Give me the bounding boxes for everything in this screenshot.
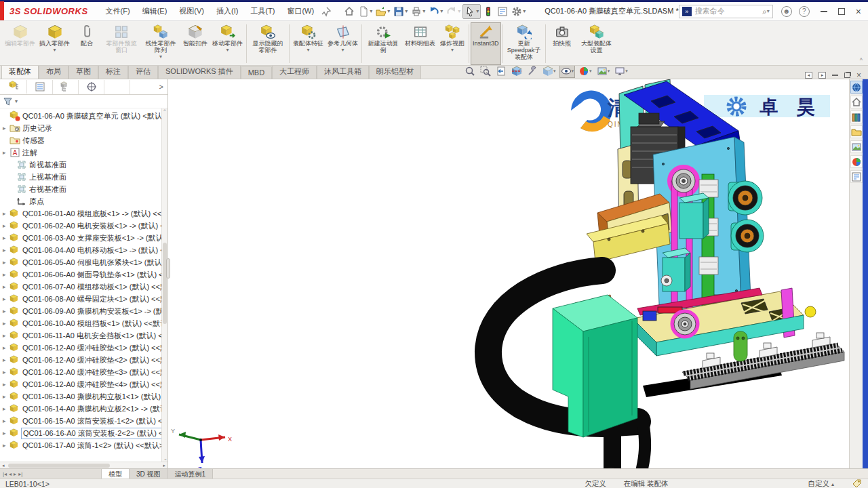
tab-布局[interactable]: 布局 [39, 64, 68, 79]
save-button[interactable]: ▾ [392, 5, 409, 18]
ribbon-explode-button[interactable]: 爆炸视图▾ [437, 22, 467, 65]
dimxpertmanager-tab[interactable] [79, 80, 104, 94]
minimize-button[interactable] [821, 11, 827, 12]
tree-item[interactable]: ▸QC01-06-15-A0 滚筒安装板-1<2> (默认) << [0, 415, 167, 427]
tab-装配体[interactable]: 装配体 [1, 64, 39, 79]
search-icon[interactable]: ⌕ [762, 7, 767, 16]
tree-item[interactable]: ▸QC01-06-01-A0 模组底板<1> -> (默认) <<默 [0, 207, 167, 220]
pin-icon[interactable] [319, 5, 333, 18]
tree-root[interactable]: QC01-06-A0 撕膜破真空单元 (默认) <默认_显示状 [0, 110, 167, 122]
zoom-to-fit-button[interactable] [463, 64, 477, 78]
tree-item[interactable]: ▸QC01-06-02-A0 电机安装板<1> -> (默认) < [0, 220, 167, 232]
tree-item[interactable]: ▸QC01-06-03-A0 支撑座安装板<1> -> (默认) [0, 232, 167, 244]
ribbon-clip-button[interactable]: 配合 [72, 22, 102, 65]
account-icon[interactable]: ☻ [781, 6, 792, 17]
search-dropdown-icon[interactable]: ▾ [767, 8, 770, 14]
ribbon-plane-button[interactable]: 参考几何体▾ [326, 22, 360, 65]
ribbon-motion-button[interactable]: 新建运动算例 [363, 22, 403, 65]
previous-view-button[interactable] [494, 64, 508, 78]
tree-item[interactable]: ▸QC01-06-06-A0 侧面导轨垫条<1> (默认) << [0, 268, 167, 281]
undo-button[interactable]: ▾ [427, 5, 444, 18]
tree-item[interactable]: ▸QC01-06-08-A0 螺母固定块<1> (默认) <<默 [0, 293, 167, 305]
menu-I[interactable]: 插入(I) [211, 4, 243, 18]
home-button[interactable] [342, 5, 356, 18]
edit-appearance-button[interactable]: ▾ [577, 64, 593, 78]
assembly-model[interactable] [488, 79, 844, 468]
propertymanager-tab[interactable] [27, 80, 53, 94]
tree-item[interactable]: ▸QC01-06-11-A0 电机安全挡板<1> (默认) << [0, 329, 167, 342]
ribbon-refresh-button[interactable]: 更新Speedpak子装配体 [505, 22, 544, 65]
ribbon-movecube-button[interactable]: 移动零部件▾ [210, 22, 245, 65]
tree-horizontal-scrollbar[interactable]: ◂▸ [0, 462, 167, 468]
doc-tab-运动算例1[interactable]: 运动算例1 [168, 469, 214, 479]
tree-item[interactable]: ▸QC01-06-09-A0 撕膜机构安装板<1> -> (默认 [0, 305, 167, 317]
maximize-button[interactable] [838, 8, 845, 15]
print-button[interactable]: ▾ [410, 5, 427, 18]
configurationmanager-tab[interactable] [53, 80, 79, 94]
ribbon-largeasm-button[interactable]: 大型装配体设置 [577, 22, 616, 65]
tag-icon[interactable] [852, 479, 863, 488]
hide-show-items-button[interactable]: ▾ [559, 64, 576, 78]
tab-评估[interactable]: 评估 [128, 64, 158, 79]
section-view-button[interactable] [510, 64, 524, 78]
tab-草图[interactable]: 草图 [68, 64, 98, 79]
tree-item[interactable]: ▸QC01-06-12-A0 缓冲硅胶垫<2> (默认) <<默 [0, 354, 167, 366]
tree-vertical-scrollbar[interactable]: ^⌄ [161, 108, 167, 462]
tree-item[interactable]: ▸QC01-06-17-A0 滚筒-1<2> (默认) <<默认> [0, 439, 167, 451]
ribbon-i3d-button[interactable]: Instant3D [471, 22, 501, 65]
view-settings-button[interactable]: ▾ [613, 64, 629, 78]
view-orientation-button[interactable]: ▾ [541, 64, 557, 78]
previous-window-icon[interactable]: ◂ [805, 72, 812, 79]
file-properties-button[interactable] [496, 5, 509, 18]
tab-朗乐铝型材[interactable]: 朗乐铝型材 [369, 64, 421, 79]
design-library-tab[interactable] [850, 110, 863, 123]
ribbon-part-button[interactable]: 编辑零部件 [3, 22, 37, 65]
doc-restore-button[interactable] [844, 73, 850, 78]
doc-tab-模型[interactable]: 模型 [102, 469, 130, 479]
menu-F[interactable]: 文件(F) [100, 4, 136, 18]
sheet-nav-buttons[interactable]: |◂◂▸▸| [0, 469, 102, 479]
tree-item[interactable]: ▸A注解 [0, 146, 167, 159]
solidworks-resources-tab[interactable] [850, 81, 863, 94]
ribbon-eyecube-button[interactable]: 显示隐藏的零部件 [248, 22, 288, 65]
tab-MBD[interactable]: MBD [241, 66, 272, 79]
tree-item[interactable]: ▸QC01-06-12-A0 缓冲硅胶垫<4> (默认) <<默 [0, 378, 167, 390]
menu-V[interactable]: 视图(V) [174, 4, 210, 18]
doc-tab-3D 视图[interactable]: 3D 视图 [130, 469, 168, 479]
tree-item[interactable]: 前视基准面 [0, 159, 167, 171]
home-tab[interactable] [850, 96, 863, 108]
tree-item[interactable]: 原点 [0, 195, 167, 207]
ribbon-cubes-button[interactable]: 线性零部件阵列▾ [141, 22, 180, 65]
panel-splitter-handle[interactable] [166, 258, 170, 279]
rebuild-button[interactable] [481, 5, 495, 18]
tree-item[interactable]: ▸QC01-06-12-A0 缓冲硅胶垫<3> (默认) <<默 [0, 366, 167, 378]
custom-properties-tab[interactable] [850, 170, 863, 183]
status-customize[interactable]: 自定义 ▴ [808, 479, 834, 488]
tree-item[interactable]: ▸历史记录 [0, 122, 167, 134]
tree-item[interactable]: ▸QC01-06-10-A0 模组挡板<1> (默认) <<默认 [0, 317, 167, 329]
apply-scene-button[interactable]: ▾ [595, 64, 612, 78]
tree-item[interactable]: ▸QC01-06-05-A0 伺服电机张紧块<1> (默认) < [0, 256, 167, 268]
tab-SOLIDWORKS 插件[interactable]: SOLIDWORKS 插件 [158, 64, 241, 79]
close-button[interactable]: × [856, 8, 861, 15]
tree-item[interactable]: ▸QC01-06-14-A0 撕膜机构立板2<1> -> (默认 [0, 403, 167, 415]
graphics-area[interactable]: 清 QING 卓 昊 [168, 79, 849, 468]
new-document-button[interactable]: ▾ [357, 5, 374, 18]
tree-item[interactable]: ▸QC01-06-12-A0 缓冲硅胶垫<1> (默认) <<默 [0, 342, 167, 354]
menu-W[interactable]: 窗口(W) [281, 4, 319, 18]
tab-沐风工具箱[interactable]: 沐风工具箱 [317, 64, 369, 79]
command-search[interactable]: » 搜索命令 ⌕ ▾ [679, 5, 773, 18]
cad-model-view[interactable]: 清 QING 卓 昊 [168, 79, 849, 468]
ribbon-gearcube-button[interactable]: 装配体特征▾ [291, 22, 326, 65]
ribbon-grid-button[interactable]: 零部件预览窗口 [102, 22, 141, 65]
search-input[interactable]: 搜索命令 [695, 6, 762, 16]
redo-button[interactable]: ▾ [445, 5, 462, 18]
menu-E[interactable]: 编辑(E) [137, 4, 173, 18]
zoom-to-area-button[interactable] [479, 64, 492, 78]
tree-item[interactable]: ▸QC01-06-16-A0 滚筒安装板-2<2> (默认) << [0, 427, 167, 439]
ribbon-fastener-button[interactable]: 智能扣件 [180, 22, 210, 65]
filter-icon[interactable] [3, 96, 14, 107]
tree-item[interactable]: ▸QC01-06-07-A0 模组移动板<1> (默认) <<默 [0, 281, 167, 293]
select-button[interactable]: ▾ [462, 4, 481, 19]
tree-item[interactable]: ▸QC01-06-13-A0 撕膜机构立板1<1> (默认) < [0, 390, 167, 403]
